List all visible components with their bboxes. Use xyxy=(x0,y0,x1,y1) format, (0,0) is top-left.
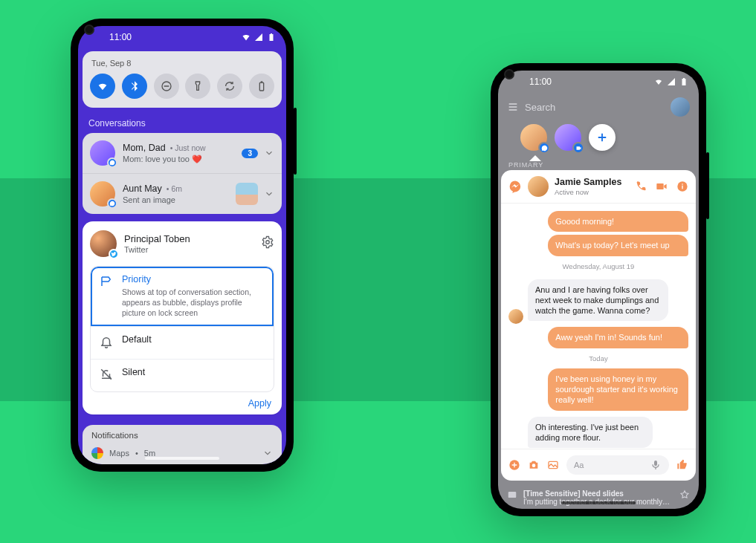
settings-button[interactable] xyxy=(261,235,274,252)
search-placeholder[interactable]: Search xyxy=(525,102,665,113)
star-icon[interactable] xyxy=(679,490,690,500)
add-attachment-icon[interactable] xyxy=(508,459,520,471)
signal-icon xyxy=(667,77,676,86)
status-time: 11:00 xyxy=(109,32,132,42)
rotate-icon xyxy=(224,80,236,92)
option-title: Silent xyxy=(122,367,145,377)
call-icon[interactable] xyxy=(635,181,647,192)
bubble-pointer-icon xyxy=(529,155,541,161)
avatar xyxy=(90,140,115,166)
bluetooth-icon xyxy=(129,80,140,92)
maps-app-icon xyxy=(91,447,103,459)
qs-flashlight-toggle[interactable] xyxy=(185,74,210,99)
plus-icon xyxy=(595,131,609,144)
option-priority[interactable]: Priority Shows at top of conversation se… xyxy=(91,267,274,326)
qs-bluetooth-toggle[interactable] xyxy=(122,74,147,99)
signal-icon xyxy=(254,33,263,42)
messenger-app-icon xyxy=(508,180,522,193)
conversation-preview: Mom: love you too ❤️ xyxy=(123,155,234,164)
manage-button[interactable]: Manage xyxy=(507,507,690,509)
message-out: I've been using honey in my sourdough st… xyxy=(548,368,688,411)
add-bubble-button[interactable] xyxy=(589,124,616,151)
camera-icon[interactable] xyxy=(528,459,540,471)
profile-avatar[interactable] xyxy=(671,97,690,117)
chevron-down-icon[interactable] xyxy=(264,189,274,199)
meet-mini-icon xyxy=(572,142,584,154)
background-app-header: Search xyxy=(498,93,699,121)
qs-dnd-toggle[interactable] xyxy=(154,74,179,99)
compose-input[interactable]: Aa xyxy=(566,455,669,475)
conversation-title: Aunt May xyxy=(123,183,162,194)
wifi-icon xyxy=(97,80,109,92)
conversation-item[interactable]: Aunt May • 6m Sent an image xyxy=(83,173,282,214)
camera-hole-icon xyxy=(504,69,514,79)
qs-wifi-toggle[interactable] xyxy=(90,74,115,99)
menu-icon[interactable] xyxy=(507,101,519,113)
status-time: 11:00 xyxy=(529,77,552,87)
message-in: Oh interesting. I've just been adding mo… xyxy=(528,417,653,449)
background-notification[interactable]: [Time Sensitive] Need slides I'm putting… xyxy=(501,485,696,509)
section-notifications-label: Notifications xyxy=(91,431,273,440)
thumbs-up-icon[interactable] xyxy=(676,459,688,471)
conversation-item[interactable]: Mom, Dad • Just now Mom: love you too ❤️… xyxy=(83,133,282,173)
twitter-badge-icon xyxy=(109,249,119,259)
qs-date: Tue, Sep 8 xyxy=(91,59,274,68)
video-icon[interactable] xyxy=(656,181,668,192)
day-separator: Wednesday, August 19 xyxy=(508,262,688,270)
gallery-icon[interactable] xyxy=(547,459,559,471)
chevron-down-icon[interactable] xyxy=(264,148,274,158)
compose-placeholder: Aa xyxy=(574,461,584,469)
primary-label: PRIMARY xyxy=(498,161,699,170)
message-out: Goood morning! xyxy=(548,211,688,232)
gesture-bar[interactable] xyxy=(561,501,636,504)
messenger-badge-icon xyxy=(107,198,117,209)
status-bar: 11:00 xyxy=(78,26,286,48)
conversation-settings-card: Principal Toben Twitter Priority Shows a… xyxy=(83,221,282,414)
conversation-title: Mom, Dad xyxy=(123,143,166,153)
unread-badge: 3 xyxy=(242,149,258,158)
info-icon[interactable] xyxy=(676,181,688,192)
option-title: Priority xyxy=(122,274,265,284)
chat-bubble-head[interactable] xyxy=(520,124,547,151)
priority-options-list: Priority Shows at top of conversation se… xyxy=(90,266,274,392)
chat-contact-status: Active now xyxy=(555,188,621,196)
contact-source: Twitter xyxy=(124,245,190,254)
svg-point-6 xyxy=(682,183,683,185)
qs-rotate-toggle[interactable] xyxy=(217,74,242,99)
messenger-mini-icon xyxy=(538,142,550,154)
apply-button[interactable]: Apply xyxy=(248,398,271,409)
wifi-status-icon xyxy=(242,33,251,42)
status-bar: 11:00 xyxy=(498,71,699,93)
bell-off-icon xyxy=(100,368,113,381)
notification-time: 5m xyxy=(144,449,155,458)
gesture-bar[interactable] xyxy=(145,457,219,460)
svg-point-8 xyxy=(532,464,536,467)
mic-icon[interactable] xyxy=(650,459,662,471)
image-thumbnail xyxy=(236,183,258,205)
gear-icon xyxy=(261,235,274,249)
notification-app: Maps xyxy=(109,449,129,458)
msg-avatar xyxy=(508,309,523,324)
option-default[interactable]: Default xyxy=(91,326,274,359)
svg-rect-1 xyxy=(259,82,263,91)
chat-bubble-head[interactable] xyxy=(555,124,581,151)
option-silent[interactable]: Silent xyxy=(91,359,274,391)
dnd-icon xyxy=(161,80,172,92)
message-out: Aww yeah I'm in! Sounds fun! xyxy=(548,327,688,348)
chat-body[interactable]: Goood morning! What's up today? Let's me… xyxy=(501,204,696,449)
priority-icon xyxy=(100,275,113,288)
chat-avatar[interactable] xyxy=(528,176,549,197)
conversation-preview: Sent an image xyxy=(123,195,228,204)
battery-icon xyxy=(679,77,688,86)
option-desc: Shows at top of conversation section, ap… xyxy=(122,287,265,319)
notification-title: [Time Sensitive] Need slides xyxy=(523,490,673,498)
notification-item[interactable]: Maps • 5m xyxy=(91,440,273,464)
status-indicators xyxy=(242,33,276,42)
qs-battery-toggle[interactable] xyxy=(249,74,274,99)
battery-icon xyxy=(267,33,276,42)
chevron-down-icon[interactable] xyxy=(262,448,273,458)
avatar xyxy=(90,230,117,257)
avatar xyxy=(90,181,115,207)
battery-saver-icon xyxy=(256,80,268,92)
bubble-bar xyxy=(498,121,699,158)
